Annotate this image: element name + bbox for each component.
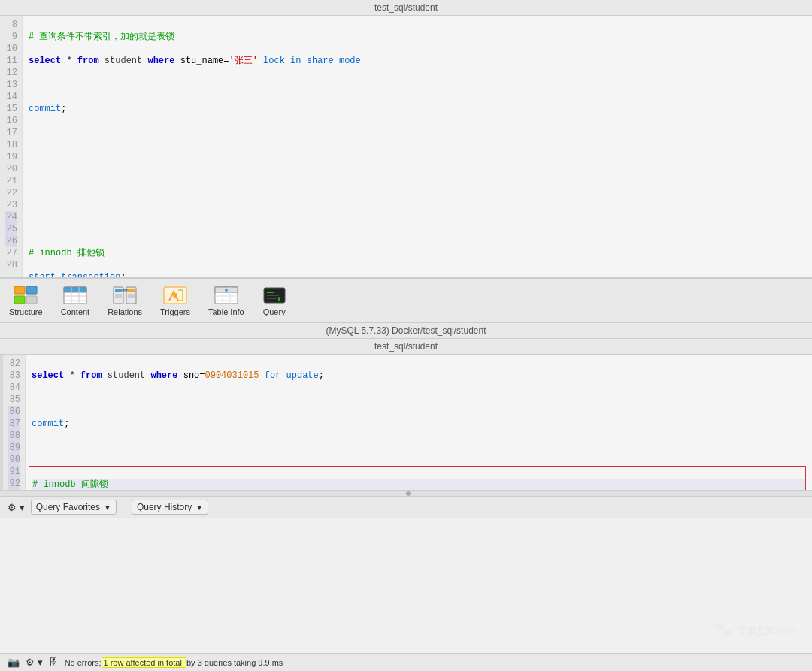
tableinfo-icon xyxy=(214,285,238,306)
top-title: test_sql/student xyxy=(374,2,438,13)
svg-point-18 xyxy=(125,289,128,292)
tableinfo-label: Table Info xyxy=(208,307,244,316)
toolbar-structure[interactable]: Structure xyxy=(0,282,52,319)
svg-rect-2 xyxy=(14,296,25,304)
middle-title-text: (MySQL 5.7.33) Docker/test_sql/student xyxy=(326,325,486,336)
structure-label: Structure xyxy=(9,307,43,316)
watermark: 🐾 非典型Coder xyxy=(714,620,797,638)
toolbar-relations[interactable]: Relations xyxy=(98,282,151,319)
svg-rect-12 xyxy=(115,289,122,292)
query-gear-icon[interactable]: ⚙ ▾ xyxy=(8,502,25,513)
status-message: No errors; xyxy=(65,658,102,667)
svg-text:▮: ▮ xyxy=(277,295,281,302)
bottom-code-area: 82838485 86 87 88 89 90 91 92 9394 selec… xyxy=(0,355,812,490)
toolbar-query[interactable]: ▮ Query xyxy=(253,282,295,319)
triggers-label: Triggers xyxy=(160,307,190,316)
top-editor: test_sql/student 89101112 1314151617 181… xyxy=(0,0,812,278)
toolbar-tableinfo[interactable]: Table Info xyxy=(199,282,253,319)
history-arrow-icon: ▼ xyxy=(195,503,203,512)
toolbar: Structure Content xyxy=(0,278,812,323)
relations-label: Relations xyxy=(108,307,142,316)
top-line-numbers: 89101112 1314151617 1819202122 2324 25 2… xyxy=(0,16,23,277)
svg-rect-14 xyxy=(128,289,135,292)
top-title-bar: test_sql/student xyxy=(0,0,812,16)
watermark-text: 非典型Coder xyxy=(737,624,797,636)
content-icon xyxy=(63,285,87,306)
status-camera-icon[interactable]: 📷 xyxy=(8,657,20,668)
svg-point-27 xyxy=(225,289,228,292)
svg-rect-15 xyxy=(128,294,135,298)
toolbar-triggers[interactable]: Triggers xyxy=(151,282,199,319)
bottom-editor: test_sql/student 82838485 86 87 88 89 90… xyxy=(0,339,812,653)
relations-icon xyxy=(113,285,137,306)
query-history-dropdown[interactable]: Query History ▼ xyxy=(132,500,208,515)
scroll-bar[interactable] xyxy=(0,490,812,496)
middle-title-bar: (MySQL 5.7.33) Docker/test_sql/student xyxy=(0,323,812,339)
query-bar: ⚙ ▾ Query Favorites ▼ Query History ▼ xyxy=(0,496,812,518)
bottom-title: test_sql/student xyxy=(374,341,438,352)
query-history-label: Query History xyxy=(137,502,192,512)
bottom-code-content[interactable]: select * from student where sno=09040310… xyxy=(26,355,812,490)
query-icon: ▮ xyxy=(262,285,286,306)
status-db-icon[interactable]: 🗄 xyxy=(49,657,59,668)
toolbar-content[interactable]: Content xyxy=(52,282,99,319)
bottom-line-numbers: 82838485 86 87 88 89 90 91 92 9394 xyxy=(3,355,26,490)
svg-rect-0 xyxy=(14,286,25,294)
svg-rect-5 xyxy=(64,287,86,292)
svg-rect-1 xyxy=(26,286,37,294)
svg-point-20 xyxy=(173,293,177,298)
status-gear-icon[interactable]: ⚙ ▾ xyxy=(26,657,43,668)
query-favorites-dropdown[interactable]: Query Favorites ▼ xyxy=(31,500,117,515)
svg-rect-13 xyxy=(115,294,122,298)
favorites-arrow-icon: ▼ xyxy=(104,503,111,512)
structure-icon xyxy=(14,285,38,306)
status-suffix: by 3 queries taking 9.9 ms xyxy=(186,658,283,667)
status-bar: 📷 ⚙ ▾ 🗄 No errors; 1 row affected in tot… xyxy=(0,653,812,671)
svg-rect-3 xyxy=(26,296,37,304)
status-highlight: 1 row affected in total, xyxy=(102,657,186,668)
query-favorites-label: Query Favorites xyxy=(36,502,100,512)
top-code-area: 89101112 1314151617 1819202122 2324 25 2… xyxy=(0,16,812,277)
top-code-content[interactable]: # 查询条件不带索引，加的就是表锁 select * from student … xyxy=(23,16,812,277)
scroll-thumb[interactable] xyxy=(406,491,411,496)
content-label: Content xyxy=(61,307,90,316)
query-label: Query xyxy=(263,307,286,316)
empty-area: 🐾 非典型Coder xyxy=(0,518,812,654)
triggers-icon xyxy=(163,285,187,306)
bottom-title-bar: test_sql/student xyxy=(0,339,812,355)
svg-point-17 xyxy=(122,289,125,292)
